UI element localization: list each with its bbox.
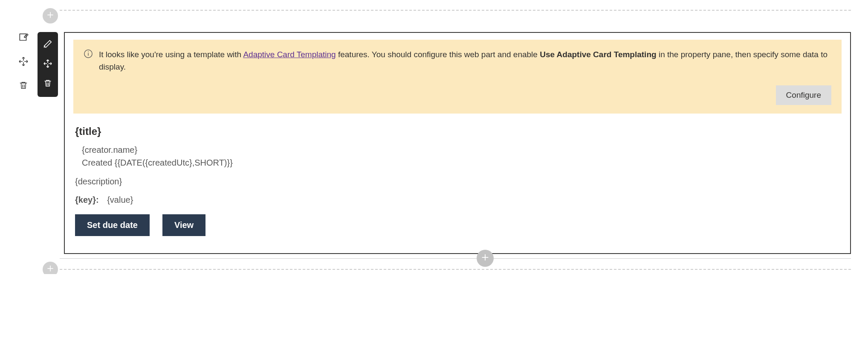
delete-icon (19, 81, 28, 92)
delete-button[interactable] (17, 80, 30, 93)
edit-webpart-button[interactable] (39, 36, 56, 53)
configure-button[interactable]: Configure (776, 85, 831, 105)
edit-icon (43, 39, 52, 51)
delete-webpart-button[interactable] (39, 76, 56, 93)
banner-text-pre: It looks like you're using a template wi… (99, 50, 243, 59)
banner-text: It looks like you're using a template wi… (99, 48, 831, 73)
section-divider-top (60, 10, 851, 11)
move-icon (43, 59, 52, 70)
webpart-container[interactable]: It looks like you're using a template wi… (64, 32, 851, 254)
move-webpart-button[interactable] (39, 56, 56, 73)
add-webpart-button[interactable] (477, 250, 494, 267)
edit-note-button[interactable] (17, 32, 30, 45)
svg-point-4 (88, 52, 89, 53)
move-icon (18, 56, 29, 69)
add-section-bottom-button[interactable] (43, 262, 58, 274)
delete-icon (43, 79, 52, 90)
info-icon (84, 49, 93, 58)
adaptive-card-preview: {title} {creator.name} Created {{DATE({c… (73, 126, 842, 236)
card-creator-name: {creator.name} (82, 143, 842, 156)
move-button[interactable] (17, 56, 30, 69)
plus-icon (46, 11, 55, 21)
plus-icon (46, 264, 55, 274)
section-divider-solid (60, 258, 851, 259)
adaptive-card-templating-link[interactable]: Adaptive Card Templating (243, 50, 336, 59)
page-side-toolbar (17, 32, 30, 93)
add-section-top-button[interactable] (43, 8, 58, 23)
card-key-label: {key}: (75, 195, 99, 204)
edit-note-icon (18, 32, 29, 45)
card-description: {description} (75, 177, 842, 187)
banner-text-mid: features. You should configure this web … (338, 50, 540, 59)
view-button[interactable]: View (162, 214, 205, 236)
card-created-line: Created {{DATE({createdUtc},SHORT)}} (82, 156, 842, 169)
plus-icon (480, 253, 490, 264)
info-banner: It looks like you're using a template wi… (73, 40, 842, 114)
webpart-toolbar (38, 32, 58, 97)
card-value-label: {value} (107, 195, 133, 204)
card-title: {title} (75, 126, 842, 137)
section-divider-bottom (60, 269, 851, 270)
banner-bold-feature: Use Adaptive Card Templating (540, 50, 656, 59)
set-due-date-button[interactable]: Set due date (75, 214, 150, 236)
